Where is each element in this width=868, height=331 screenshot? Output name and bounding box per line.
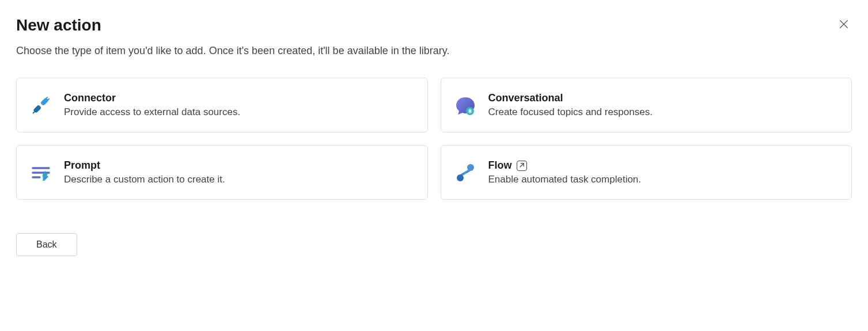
card-description: Create focused topics and responses. <box>488 106 653 118</box>
page-subtitle: Choose the type of item you'd like to ad… <box>16 45 852 57</box>
prompt-icon <box>29 161 52 184</box>
action-type-grid: Connector Provide access to external dat… <box>16 78 852 200</box>
card-title: Prompt <box>64 159 100 172</box>
card-conversational[interactable]: Conversational Create focused topics and… <box>441 78 852 132</box>
page-title: New action <box>16 16 101 35</box>
conversational-icon <box>454 94 477 117</box>
back-button[interactable]: Back <box>16 233 77 256</box>
card-prompt[interactable]: Prompt Describe a custom action to creat… <box>16 145 428 200</box>
close-button[interactable] <box>836 16 852 34</box>
svg-point-14 <box>457 174 464 181</box>
card-title: Conversational <box>488 92 563 104</box>
card-title: Flow <box>488 159 512 172</box>
svg-line-6 <box>33 111 36 113</box>
svg-rect-2 <box>40 97 50 106</box>
external-link-icon <box>517 161 527 171</box>
close-icon <box>838 18 850 32</box>
svg-line-15 <box>520 163 524 167</box>
flow-icon <box>454 161 477 184</box>
svg-point-8 <box>469 110 471 112</box>
card-flow[interactable]: Flow Enable automated task completion. <box>441 145 852 200</box>
card-title: Connector <box>64 92 116 104</box>
card-connector[interactable]: Connector Provide access to external dat… <box>16 78 428 132</box>
connector-icon <box>29 94 52 117</box>
card-description: Provide access to external data sources. <box>64 106 240 118</box>
card-description: Describe a custom action to create it. <box>64 174 225 185</box>
svg-point-13 <box>467 164 474 171</box>
card-description: Enable automated task completion. <box>488 174 642 185</box>
